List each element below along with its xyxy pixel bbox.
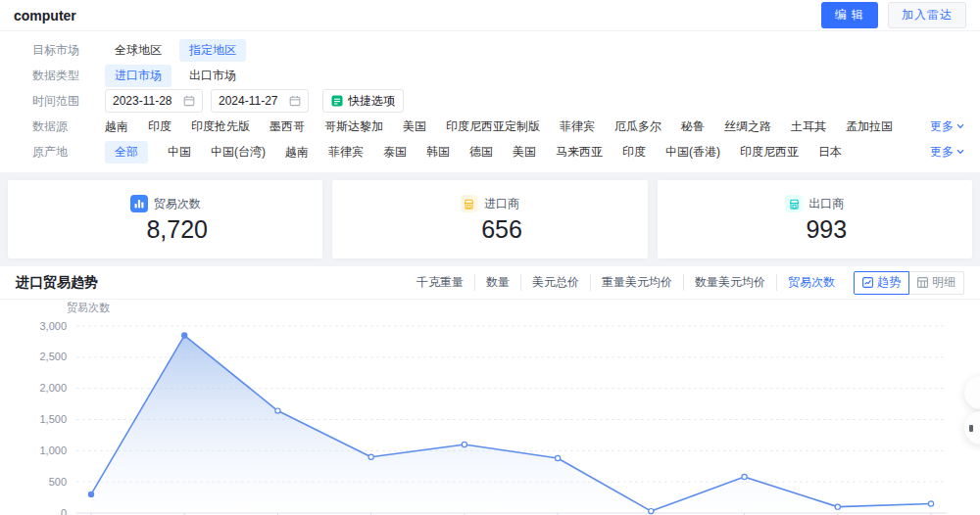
origin-options: 全部中国中国(台湾)越南菲律宾泰国韩国德国美国马来西亚印度中国(香港)印度尼西亚… <box>105 141 842 164</box>
data-type-options: 进口市场出口市场 <box>105 65 246 87</box>
calendar-icon <box>183 95 195 107</box>
start-date-input[interactable]: 2023-11-28 <box>105 89 203 113</box>
filter-option[interactable]: 土耳其 <box>791 116 826 138</box>
metric-option[interactable]: 重量美元均价 <box>590 274 683 291</box>
filter-option[interactable]: 印度 <box>148 116 172 138</box>
filter-option[interactable]: 墨西哥 <box>270 116 305 138</box>
filter-option[interactable]: 美国 <box>403 116 426 138</box>
table-icon <box>917 277 928 288</box>
filter-option[interactable]: 厄瓜多尔 <box>614 116 662 138</box>
stat-card-importers: 进口商 656 <box>332 180 647 258</box>
chevron-down-icon <box>956 149 964 155</box>
trend-header: 进口贸易趋势 千克重量数量美元总价重量美元均价数量美元均价贸易次数 趋势 明细 <box>0 266 980 300</box>
metric-option[interactable]: 贸易次数 <box>776 274 846 291</box>
top-actions: 编 辑 加入雷达 <box>821 2 966 28</box>
filter-label: 时间范围 <box>32 93 89 110</box>
filter-option[interactable]: 韩国 <box>426 141 450 164</box>
end-date-value: 2024-11-27 <box>219 94 278 108</box>
filter-option[interactable]: 孟加拉国 <box>846 116 893 138</box>
target-market-options: 全球地区指定地区 <box>105 39 246 62</box>
filter-label: 数据源 <box>32 118 89 135</box>
filter-panel: 目标市场 全球地区指定地区 数据类型 进口市场出口市场 时间范围 2023-11… <box>0 31 980 172</box>
filter-option[interactable]: 秘鲁 <box>681 116 705 138</box>
filter-row-target-market: 目标市场 全球地区指定地区 <box>16 37 964 63</box>
view-switch: 趋势 明细 <box>854 271 964 295</box>
filter-label: 目标市场 <box>32 42 89 59</box>
importer-store-icon <box>461 195 478 212</box>
filter-option[interactable]: 哥斯达黎加 <box>324 116 383 138</box>
filter-option[interactable]: 中国(香港) <box>665 141 720 164</box>
chevron-down-icon <box>956 123 964 129</box>
end-date-input[interactable]: 2024-11-27 <box>211 89 309 113</box>
filter-option[interactable]: 德国 <box>469 141 493 164</box>
svg-text:0: 0 <box>61 507 67 515</box>
filter-option[interactable]: 印度尼西亚定制版 <box>446 116 540 138</box>
svg-text:3,000: 3,000 <box>39 320 67 332</box>
filter-option[interactable]: 出口市场 <box>179 65 246 87</box>
filter-option[interactable]: 越南 <box>105 116 128 138</box>
filter-option[interactable]: 印度抢先版 <box>191 116 250 138</box>
detail-view-button[interactable]: 明细 <box>908 271 964 295</box>
stat-value: 993 <box>782 215 847 244</box>
metric-option[interactable]: 数量美元均价 <box>683 274 776 291</box>
start-date-value: 2023-11-28 <box>113 94 172 108</box>
filter-option[interactable]: 菲律宾 <box>560 116 595 138</box>
add-to-radar-button[interactable]: 加入雷达 <box>888 2 966 28</box>
origin-more-link[interactable]: 更多 <box>930 144 964 161</box>
quick-select-label: 快捷选项 <box>348 93 395 110</box>
top-bar: computer 编 辑 加入雷达 <box>0 0 980 31</box>
edit-button[interactable]: 编 辑 <box>821 2 878 28</box>
svg-text:1,500: 1,500 <box>39 413 67 425</box>
filter-option[interactable]: 全部 <box>105 141 148 164</box>
filter-label: 数据类型 <box>32 68 89 84</box>
filter-option[interactable]: 菲律宾 <box>328 141 364 164</box>
data-source-more-link[interactable]: 更多 <box>930 118 964 135</box>
filter-label: 原产地 <box>32 144 89 161</box>
filter-option[interactable]: 马来西亚 <box>556 141 603 164</box>
quick-calendar-icon <box>331 95 343 107</box>
metric-option[interactable]: 数量 <box>474 274 520 291</box>
filter-row-data-type: 数据类型 进口市场出口市场 <box>16 63 964 88</box>
data-source-options: 越南印度印度抢先版墨西哥哥斯达黎加美国印度尼西亚定制版菲律宾厄瓜多尔秘鲁丝绸之路… <box>105 116 893 138</box>
exporter-store-icon <box>785 195 803 212</box>
trend-icon <box>862 277 873 288</box>
trend-title: 进口贸易趋势 <box>16 274 98 292</box>
trend-panel: 进口贸易趋势 千克重量数量美元总价重量美元均价数量美元均价贸易次数 趋势 明细 <box>0 266 980 515</box>
calendar-icon <box>289 95 301 107</box>
filter-option[interactable]: 全球地区 <box>105 39 172 62</box>
filter-option[interactable]: 进口市场 <box>105 65 172 87</box>
svg-text:500: 500 <box>49 476 67 488</box>
metric-option[interactable]: 美元总价 <box>520 274 590 291</box>
filter-option[interactable]: 印度 <box>622 141 646 164</box>
filter-option[interactable]: 指定地区 <box>179 39 246 62</box>
stat-value: 8,720 <box>122 215 208 244</box>
floating-glyph <box>969 425 973 432</box>
filter-option[interactable]: 泰国 <box>383 141 407 164</box>
filter-option[interactable]: 日本 <box>818 141 842 164</box>
stat-label: 贸易次数 <box>154 196 201 212</box>
page-title: computer <box>14 8 76 23</box>
trend-view-button[interactable]: 趋势 <box>854 271 909 295</box>
stat-cards: 贸易次数 8,720 进口商 656 <box>8 180 972 258</box>
stat-label: 出口商 <box>808 196 844 212</box>
stat-card-trade-count: 贸易次数 8,720 <box>8 180 322 258</box>
svg-text:1,000: 1,000 <box>39 445 67 456</box>
filter-row-time-range: 时间范围 2023-11-28 2024-11-27 <box>16 88 964 114</box>
filter-option[interactable]: 丝绸之路 <box>724 116 771 138</box>
more-label: 更多 <box>930 144 954 161</box>
filter-option[interactable]: 美国 <box>513 141 536 164</box>
filter-option[interactable]: 越南 <box>285 141 309 164</box>
quick-select-button[interactable]: 快捷选项 <box>322 89 404 113</box>
svg-text:贸易次数: 贸易次数 <box>67 302 110 313</box>
filter-option[interactable]: 印度尼西亚 <box>740 141 799 164</box>
filter-option[interactable]: 中国(台湾) <box>211 141 266 164</box>
stat-label: 进口商 <box>484 196 519 212</box>
stat-card-exporters: 出口商 993 <box>658 180 972 258</box>
trade-trend-line-chart: 3,0002,5002,0001,5001,0005000贸易次数2023-11… <box>16 300 964 515</box>
svg-text:2,500: 2,500 <box>39 351 67 362</box>
filter-option[interactable]: 中国 <box>168 141 191 164</box>
metric-option[interactable]: 千克重量 <box>406 274 474 291</box>
filter-row-data-source: 数据源 越南印度印度抢先版墨西哥哥斯达黎加美国印度尼西亚定制版菲律宾厄瓜多尔秘鲁… <box>16 114 964 139</box>
trend-chart: 3,0002,5002,0001,5001,0005000贸易次数2023-11… <box>0 300 980 515</box>
view-label: 趋势 <box>877 274 901 291</box>
